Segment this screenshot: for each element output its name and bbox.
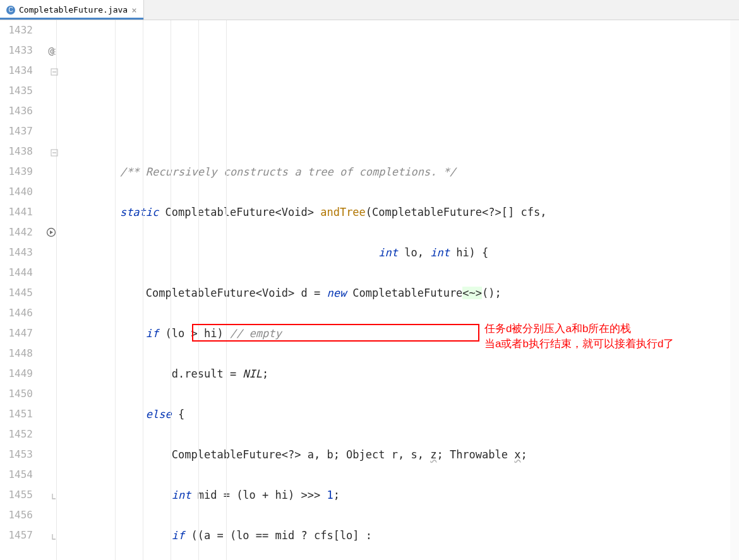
fold-minus-icon[interactable] <box>51 147 59 156</box>
annotation-text-1: 任务d被分别压入a和b所在的栈 <box>484 322 631 336</box>
code-line: int lo, int hi) { <box>68 242 739 263</box>
line-number: 1446 <box>0 303 33 323</box>
code-line: else { <box>68 404 739 424</box>
fold-minus-icon[interactable] <box>51 66 59 75</box>
fold-end-icon[interactable] <box>51 491 59 499</box>
fold-toggle-icon[interactable] <box>51 46 59 55</box>
line-number: 1443 <box>0 242 33 263</box>
tab-filename: CompletableFuture.java <box>19 5 128 15</box>
file-tab[interactable]: C CompletableFuture.java × <box>0 0 144 20</box>
line-number: 1448 <box>0 343 33 364</box>
line-number: 1456 <box>0 505 33 525</box>
line-number: 1439 <box>0 162 33 182</box>
line-number: 1441 <box>0 202 33 222</box>
line-number: 1452 <box>0 424 33 444</box>
code-line: if ((a = (lo == mid ? cfs[lo] : <box>68 525 739 545</box>
code-line: int mid = (lo + hi) >>> 1; <box>68 485 739 505</box>
line-number: 1438 <box>0 141 33 162</box>
line-number: 1435 <box>0 81 33 101</box>
line-number: 1453 <box>0 444 33 465</box>
line-number: 1450 <box>0 384 33 404</box>
svg-text:C: C <box>8 6 13 13</box>
highlight-box <box>192 324 479 342</box>
line-number: 1432 <box>0 20 33 40</box>
active-tab-indicator <box>0 18 143 20</box>
line-number: 1440 <box>0 182 33 202</box>
line-number: 1433 <box>0 40 33 61</box>
java-class-icon: C <box>6 6 15 15</box>
code-line: CompletableFuture<Void> d = new Completa… <box>68 283 739 303</box>
code-area[interactable]: /** Recursively constructs a tree of com… <box>64 20 739 560</box>
marker-gutter: @ <box>38 20 64 560</box>
code-line: /** Recursively constructs a tree of com… <box>68 162 739 182</box>
tab-bar: C CompletableFuture.java × <box>0 0 739 20</box>
run-recursive-icon[interactable] <box>44 225 58 239</box>
close-icon[interactable]: × <box>131 6 136 15</box>
fold-end-icon[interactable] <box>51 531 59 540</box>
line-number: 1434 <box>0 61 33 81</box>
code-editor[interactable]: 1432143314341435143614371438143914401441… <box>0 20 739 560</box>
line-number: 1449 <box>0 364 33 384</box>
line-number: 1444 <box>0 263 33 283</box>
line-number: 1454 <box>0 465 33 485</box>
code-line: d.result = NIL; <box>68 364 739 384</box>
line-number: 1447 <box>0 323 33 343</box>
line-number: 1451 <box>0 404 33 424</box>
line-number: 1442 <box>0 222 33 242</box>
code-line: static CompletableFuture<Void> andTree(C… <box>68 202 739 222</box>
line-number: 1436 <box>0 101 33 121</box>
annotation-text-2: 当a或者b执行结束，就可以接着执行d了 <box>484 337 674 351</box>
scrollbar-track[interactable] <box>730 20 739 560</box>
line-number: 1437 <box>0 121 33 141</box>
code-line: CompletableFuture<?> a, b; Object r, s, … <box>68 444 739 465</box>
line-number: 1457 <box>0 525 33 545</box>
line-number-gutter: 1432143314341435143614371438143914401441… <box>0 20 38 560</box>
line-number: 1455 <box>0 485 33 505</box>
line-number: 1445 <box>0 283 33 303</box>
